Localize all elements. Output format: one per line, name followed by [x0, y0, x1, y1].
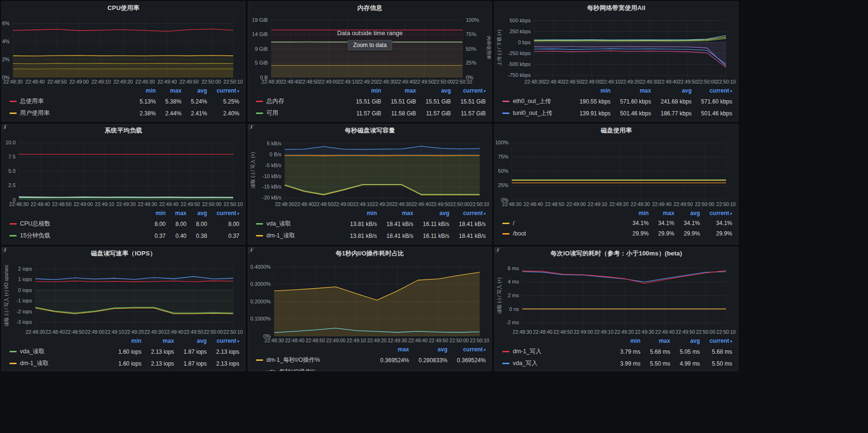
panel-title[interactable]: 每1秒内I/O操作耗时占比: [336, 249, 404, 258]
legend-series-label[interactable]: dm-1_写入: [502, 346, 611, 358]
legend-sort-max[interactable]: max: [380, 345, 409, 354]
legend-sort-min[interactable]: min: [632, 209, 649, 218]
legend-value-avg: 1.87 iops: [184, 348, 207, 355]
legend-sort-max[interactable]: max: [650, 337, 670, 346]
legend-series-label[interactable]: /boot: [502, 228, 623, 239]
legend-sort-max[interactable]: max: [658, 209, 674, 218]
legend-sort-current[interactable]: current▾: [217, 86, 239, 95]
time-series-chart[interactable]: 10.07.55.02.5022:48:3022:48:4022:48:5022…: [3, 137, 244, 208]
svg-text:500 kbps: 500 kbps: [509, 18, 531, 23]
panel-title[interactable]: 磁盘读写速率（IOPS）: [91, 249, 156, 258]
svg-text:22:49:10: 22:49:10: [588, 201, 607, 207]
legend-series-label[interactable]: dm-1_读取: [256, 230, 340, 242]
legend-series-label[interactable]: 总使用率: [9, 95, 130, 107]
legend-series-label[interactable]: /: [502, 218, 623, 228]
legend-series-label[interactable]: vda_每秒I/O操作%: [256, 366, 371, 371]
legend-column-label: min: [600, 87, 610, 94]
panel-info-icon[interactable]: i: [495, 247, 503, 256]
legend-sort-avg[interactable]: avg: [196, 209, 207, 218]
legend-sort-current[interactable]: current▾: [459, 209, 486, 218]
legend-sort-current[interactable]: current▾: [709, 209, 732, 218]
legend-series-label[interactable]: CPU总核数: [9, 218, 145, 230]
panel-info-icon[interactable]: i: [248, 124, 257, 133]
svg-text:22:49:30: 22:49:30: [388, 338, 407, 343]
panel-info-icon[interactable]: i: [248, 247, 257, 256]
svg-text:22:49:20: 22:49:20: [116, 201, 136, 207]
panel-title[interactable]: 磁盘使用率: [601, 126, 632, 135]
legend-series-label[interactable]: eth0_out_上传: [502, 95, 570, 107]
panel-title[interactable]: CPU使用率: [107, 4, 140, 12]
legend-sort-avg[interactable]: avg: [684, 209, 700, 218]
legend-sort-max[interactable]: max: [387, 209, 414, 218]
legend-sort-min[interactable]: min: [579, 86, 610, 95]
panel-title[interactable]: 每次IO读写的耗时（参考：小于100ms）(beta): [551, 249, 682, 258]
panel-disk-iops: i磁盘读写速率（IOPS）2 iops1 iops0 iops-1 iops-2…: [1, 247, 245, 371]
legend-sort-current[interactable]: current▾: [217, 209, 239, 218]
legend-sort-max[interactable]: max: [165, 86, 181, 95]
legend-series-label[interactable]: 15分钟负载: [9, 230, 145, 242]
panel-info-icon[interactable]: i: [2, 247, 10, 256]
legend-value-avg: 16.11 kB/s: [423, 221, 449, 227]
legend-value-avg: 1.87 iops: [184, 360, 207, 367]
svg-text:22:49:30: 22:49:30: [144, 329, 164, 335]
legend-series-label[interactable]: 可用: [256, 107, 347, 119]
legend-sort-avg[interactable]: avg: [423, 209, 449, 218]
legend-series-label[interactable]: dm-1_读取: [9, 358, 109, 369]
legend-value-min: 139.91 kbps: [579, 110, 610, 117]
legend-sort-max[interactable]: max: [175, 209, 187, 218]
series-color-dash: [256, 113, 263, 114]
legend-value-avg: 16.11 kB/s: [423, 233, 449, 239]
panel-info-icon[interactable]: i: [2, 124, 10, 133]
legend-series-label[interactable]: vda_读取: [256, 218, 340, 230]
legend-sort-avg[interactable]: avg: [419, 345, 448, 354]
legend-sort-min[interactable]: min: [356, 86, 381, 95]
sort-caret-icon: ▾: [237, 89, 239, 94]
time-series-chart[interactable]: 0.4000%0.3000%0.2000%0.1000%0%22:48:3022…: [250, 260, 490, 344]
time-series-chart[interactable]: 6 ms4 ms2 ms0 ns-2 ms22:48:3022:48:4022:…: [496, 260, 736, 336]
panel-title[interactable]: 每秒磁盘读写容量: [345, 126, 395, 135]
legend-series-label[interactable]: dm-1_每秒I/O操作%: [256, 354, 371, 366]
legend-series-label[interactable]: vda_读取: [9, 346, 109, 358]
legend-sort-avg[interactable]: avg: [425, 86, 451, 95]
legend-sort-min[interactable]: min: [140, 86, 156, 95]
time-series-chart[interactable]: 2 iops1 iops0 iops-1 iops-2 iops-3 iops2…: [3, 260, 244, 336]
svg-text:-2 iops: -2 iops: [16, 309, 32, 314]
legend-sort-current[interactable]: current▾: [701, 86, 732, 95]
chart-area: 0.4000%0.3000%0.2000%0.1000%0%22:48:3022…: [248, 260, 491, 344]
panel-header: 每秒网络带宽使用All: [495, 2, 738, 14]
panel-title[interactable]: 系统平均负载: [104, 126, 142, 135]
panel-title[interactable]: 每秒网络带宽使用All: [587, 4, 646, 12]
legend-series-label[interactable]: tunl0_out_上传: [502, 107, 570, 119]
panel-legend: minmaxavgcurrent▾eth0_out_上传190.55 kbps5…: [495, 85, 738, 119]
time-series-chart[interactable]: 500 kbps250 kbps0 bps-250 kbps-500 kbps-…: [496, 14, 736, 85]
legend-sort-max[interactable]: max: [391, 86, 416, 95]
legend-sort-min[interactable]: min: [620, 337, 641, 346]
legend-sort-max[interactable]: max: [151, 337, 174, 346]
time-series-chart[interactable]: 5 kB/s0 B/s-5 kB/s-10 kB/s-15 kB/s-20 kB…: [250, 137, 490, 208]
legend-value-max: 2.13 iops: [151, 348, 174, 355]
zoom-to-data-button[interactable]: Zoom to data: [348, 40, 393, 50]
legend-sort-min[interactable]: min: [154, 209, 165, 218]
legend-series-label[interactable]: 总内存: [256, 95, 347, 107]
svg-text:22:49:00: 22:49:00: [574, 329, 593, 335]
legend-sort-current[interactable]: current▾: [709, 337, 732, 346]
legend-series-label[interactable]: vda_写入: [502, 358, 611, 369]
time-series-chart[interactable]: 6%4%2%0%22:48:3022:48:4022:48:5022:49:00…: [3, 14, 244, 85]
time-series-chart[interactable]: 100%75%50%25%0%22:48:3022:48:4022:48:502…: [496, 137, 736, 208]
legend-sort-current[interactable]: current▾: [461, 86, 486, 95]
legend-sort-current[interactable]: current▾: [457, 345, 486, 354]
legend-sort-max[interactable]: max: [620, 86, 651, 95]
legend-sort-min[interactable]: min: [350, 209, 377, 218]
legend-value-current: 18.41 kB/s: [459, 233, 486, 239]
legend-sort-current[interactable]: current▾: [216, 337, 239, 346]
svg-text:22:48:30: 22:48:30: [524, 79, 544, 85]
panel-title[interactable]: 内存信息: [358, 4, 383, 12]
svg-text:22:48:50: 22:48:50: [545, 201, 565, 207]
legend-sort-avg[interactable]: avg: [184, 337, 207, 346]
legend-series-label[interactable]: 用户使用率: [9, 107, 130, 119]
legend-sort-avg[interactable]: avg: [660, 86, 691, 95]
svg-text:22:49:20: 22:49:20: [113, 79, 133, 85]
legend-sort-min[interactable]: min: [118, 337, 142, 346]
legend-sort-avg[interactable]: avg: [679, 337, 700, 346]
legend-sort-avg[interactable]: avg: [191, 86, 207, 95]
